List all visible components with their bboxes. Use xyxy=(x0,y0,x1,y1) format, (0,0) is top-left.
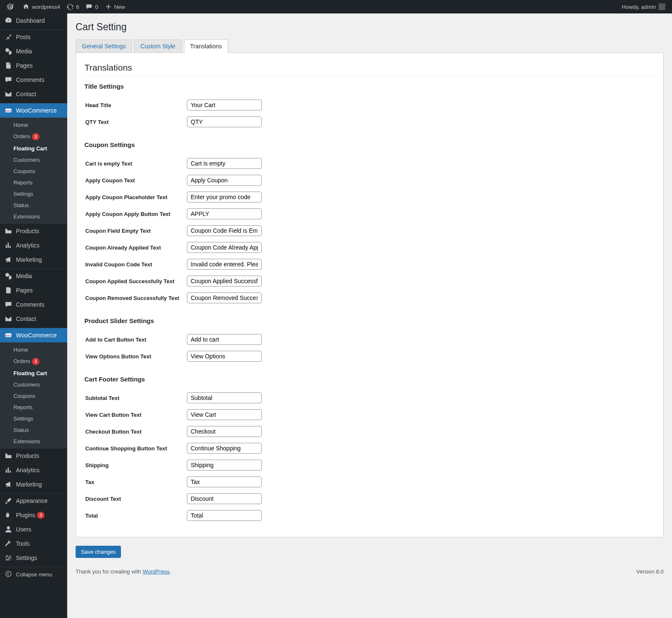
sub2-extensions[interactable]: Extensions xyxy=(0,436,67,447)
sub-status[interactable]: Status xyxy=(0,200,67,211)
plugin-icon xyxy=(4,511,13,519)
sub-coupons[interactable]: Coupons xyxy=(0,166,67,177)
new-content[interactable]: New xyxy=(102,0,129,13)
menu-pages[interactable]: Pages xyxy=(0,58,67,73)
sub-settings[interactable]: Settings xyxy=(0,188,67,200)
menu-woocommerce2-label: WooCommerce xyxy=(16,332,57,339)
panel-heading: Translations xyxy=(84,59,655,76)
menu-pages2[interactable]: Pages xyxy=(0,283,67,297)
label-view-cart: View Cart Button Text xyxy=(85,407,186,423)
menu-products2[interactable]: Products xyxy=(0,449,67,463)
site-name[interactable]: wordpress4 xyxy=(19,0,63,13)
input-add-to-cart[interactable] xyxy=(187,334,262,345)
updates-count: 6 xyxy=(76,4,79,10)
input-continue[interactable] xyxy=(187,443,262,454)
menu-plugins[interactable]: Plugins3 xyxy=(0,508,67,522)
menu-tools-label: Tools xyxy=(16,540,30,547)
input-head-title[interactable] xyxy=(187,100,262,110)
tab-general[interactable]: General Settings xyxy=(76,39,132,53)
input-view-options[interactable] xyxy=(187,351,262,362)
menu-comments2[interactable]: Comments xyxy=(0,297,67,312)
input-subtotal[interactable] xyxy=(187,392,262,403)
analytics-icon xyxy=(4,242,13,249)
menu-media2[interactable]: Media xyxy=(0,269,67,283)
footer-wordpress-link[interactable]: WordPress xyxy=(143,568,170,575)
tab-translations[interactable]: Translations xyxy=(184,39,228,53)
menu-tools[interactable]: Tools xyxy=(0,536,67,551)
sub2-reports[interactable]: Reports xyxy=(0,402,67,413)
input-shipping[interactable] xyxy=(187,460,262,471)
tab-custom-style[interactable]: Custom Style xyxy=(134,39,181,53)
sub-extensions[interactable]: Extensions xyxy=(0,211,67,222)
svg-point-6 xyxy=(7,526,10,529)
menu-media2-label: Media xyxy=(16,273,32,279)
orders-badge2: 3 xyxy=(32,358,39,365)
menu-plugins-label: Plugins xyxy=(16,512,35,518)
wp-logo[interactable] xyxy=(3,0,19,13)
menu-woocommerce[interactable]: wooWooCommerce xyxy=(0,103,67,118)
sub-floating-cart[interactable]: Floating Cart xyxy=(0,143,67,154)
input-cart-empty[interactable] xyxy=(187,158,262,169)
sub2-orders[interactable]: Orders3 xyxy=(0,355,67,368)
menu-comments[interactable]: Comments xyxy=(0,73,67,87)
menu-media-label: Media xyxy=(16,48,32,55)
footer-version: Version 6.0 xyxy=(636,568,664,575)
sub2-status[interactable]: Status xyxy=(0,424,67,436)
input-checkout[interactable] xyxy=(187,426,262,437)
menu-contact[interactable]: Contact xyxy=(0,87,67,101)
input-apply-coupon-btn[interactable] xyxy=(187,208,262,219)
media-icon xyxy=(4,47,13,55)
input-coupon-applied[interactable] xyxy=(187,276,262,287)
sub2-home[interactable]: Home xyxy=(0,344,67,355)
input-total[interactable] xyxy=(187,510,262,521)
input-qty-text[interactable] xyxy=(187,116,262,127)
label-total: Total xyxy=(85,508,186,523)
input-discount[interactable] xyxy=(187,493,262,504)
menu-contact2[interactable]: Contact xyxy=(0,312,67,326)
products-icon xyxy=(4,452,13,460)
menu-analytics[interactable]: Analytics xyxy=(0,238,67,252)
mail-icon xyxy=(4,315,13,323)
sub2-customers[interactable]: Customers xyxy=(0,379,67,390)
mail-icon xyxy=(4,90,13,98)
menu-pages-label: Pages xyxy=(16,62,33,69)
menu-users[interactable]: Users xyxy=(0,522,67,536)
sub-reports[interactable]: Reports xyxy=(0,177,67,188)
menu-analytics2[interactable]: Analytics xyxy=(0,463,67,477)
menu-settings[interactable]: Settings xyxy=(0,551,67,565)
input-view-cart[interactable] xyxy=(187,409,262,420)
input-apply-coupon[interactable] xyxy=(187,175,262,186)
sub2-settings[interactable]: Settings xyxy=(0,413,67,424)
label-qty-text: QTY Text xyxy=(85,114,186,130)
menu-media[interactable]: Media xyxy=(0,44,67,58)
menu-products[interactable]: Products xyxy=(0,224,67,238)
sub2-coupons[interactable]: Coupons xyxy=(0,390,67,402)
menu-woocommerce2[interactable]: wooWooCommerce xyxy=(0,328,67,342)
menu-marketing[interactable]: Marketing xyxy=(0,252,67,267)
menu-dashboard[interactable]: Dashboard xyxy=(0,13,67,28)
menu-appearance[interactable]: Appearance xyxy=(0,494,67,508)
sub-customers[interactable]: Customers xyxy=(0,154,67,166)
menu-pages2-label: Pages xyxy=(16,287,33,294)
comments-bubble[interactable]: 0 xyxy=(82,0,101,13)
menu-posts[interactable]: Posts xyxy=(0,30,67,44)
footer-thank-text: Thank you for creating with xyxy=(76,568,143,575)
sub-orders[interactable]: Orders3 xyxy=(0,131,67,143)
section-title-settings: Title Settings xyxy=(84,83,655,90)
input-coupon-removed[interactable] xyxy=(187,292,262,303)
input-apply-coupon-ph[interactable] xyxy=(187,192,262,202)
menu-woocommerce-label: WooCommerce xyxy=(16,107,57,114)
collapse-menu[interactable]: Collapse menu xyxy=(0,567,67,582)
my-account[interactable]: Howdy, admin xyxy=(619,0,669,13)
menu-contact2-label: Contact xyxy=(16,316,36,322)
save-button[interactable]: Save changes xyxy=(76,546,121,558)
menu-marketing2[interactable]: Marketing xyxy=(0,477,67,492)
input-coupon-empty[interactable] xyxy=(187,225,262,236)
input-tax[interactable] xyxy=(187,476,262,487)
sub2-floating-cart[interactable]: Floating Cart xyxy=(0,368,67,379)
input-invalid-coupon[interactable] xyxy=(187,259,262,270)
updates[interactable]: 6 xyxy=(63,0,82,13)
input-coupon-already[interactable] xyxy=(187,242,262,253)
section-footer-settings: Cart Footer Settings xyxy=(84,376,655,383)
sub-home[interactable]: Home xyxy=(0,119,67,131)
